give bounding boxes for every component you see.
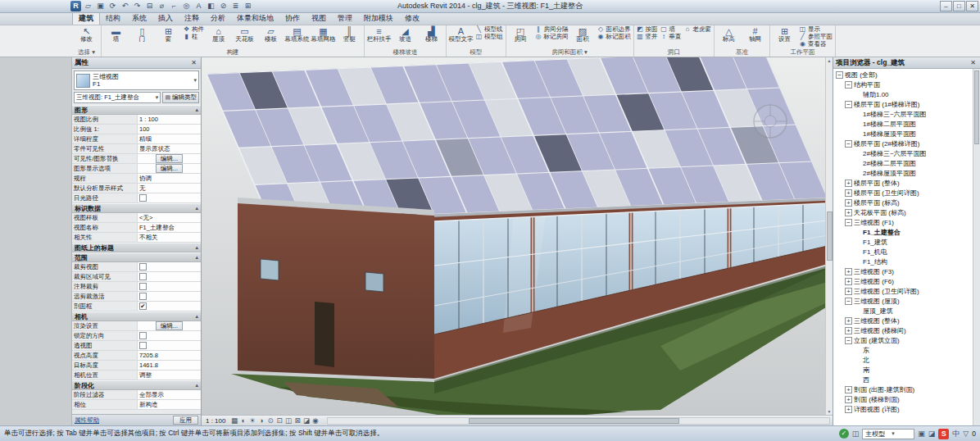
- browser-item[interactable]: −结构平面: [833, 80, 980, 89]
- browser-item[interactable]: 西: [833, 375, 980, 384]
- mullion-button[interactable]: ║竖梃: [337, 25, 362, 48]
- set-work-plane-button[interactable]: ⊞设置: [772, 25, 797, 48]
- collapse-icon[interactable]: ▴: [195, 382, 198, 389]
- property-value[interactable]: 调整: [138, 371, 201, 380]
- browser-item[interactable]: F1_结构: [833, 257, 980, 266]
- property-value[interactable]: [138, 341, 201, 350]
- redo-button[interactable]: ↷: [132, 1, 143, 11]
- section-header-graphics[interactable]: 图形▴: [72, 105, 201, 115]
- property-value[interactable]: 7205.8: [138, 351, 201, 360]
- collapse-icon[interactable]: ▴: [195, 107, 198, 113]
- ribbon-tab-结构[interactable]: 结构: [100, 12, 126, 25]
- ceiling-button[interactable]: ▭天花板: [232, 25, 257, 48]
- scroll-up-icon[interactable]: ▲: [828, 58, 832, 63]
- property-value[interactable]: [138, 193, 201, 202]
- section-header-extents[interactable]: 范围▴: [72, 252, 201, 262]
- property-value[interactable]: [138, 262, 201, 271]
- modify-button[interactable]: ↖修改: [74, 25, 99, 48]
- browser-item[interactable]: +三维视图 (卫生间详图): [833, 286, 980, 296]
- browser-item[interactable]: +楼层平面 (卫生间详图): [833, 188, 980, 198]
- curtain-system-button[interactable]: ▤幕墙系统: [284, 25, 310, 48]
- property-value[interactable]: F1_土建整合: [138, 223, 201, 232]
- browser-item[interactable]: +剖面 (楼梯剖面): [833, 394, 980, 404]
- detail-level-icon[interactable]: ▦: [229, 416, 238, 425]
- exclude-options-icon[interactable]: ◪: [928, 430, 936, 438]
- model-group-button[interactable]: ◫模型组: [474, 33, 504, 40]
- roof-button[interactable]: ⌂屋顶: [206, 25, 231, 48]
- property-value[interactable]: 精细: [138, 134, 201, 143]
- thin-lines-button[interactable]: ≣: [230, 1, 241, 11]
- vertical-scrollbar[interactable]: ▲ ▼: [825, 57, 833, 415]
- shaft-opening-button[interactable]: ▥竖井: [636, 33, 659, 40]
- browser-item[interactable]: 2#楼梯二层平面图: [833, 158, 980, 168]
- ribbon-tab-建筑[interactable]: 建筑: [72, 11, 100, 25]
- collapse-icon[interactable]: ▴: [195, 313, 198, 320]
- model-text-button[interactable]: A模型文字: [448, 25, 474, 48]
- ribbon-panel-label-datum[interactable]: 基准: [716, 48, 768, 57]
- ribbon-panel-label-model[interactable]: 模型: [448, 48, 504, 57]
- ime-language-indicator[interactable]: 中: [952, 429, 960, 439]
- checkbox[interactable]: [139, 273, 147, 280]
- tree-toggle-icon[interactable]: +: [845, 327, 852, 334]
- collapse-icon[interactable]: ▴: [195, 205, 198, 211]
- section-header-camera[interactable]: 相机▴: [72, 311, 201, 321]
- ribbon-panel-label-work-plane[interactable]: 工作平面: [772, 48, 833, 57]
- scrollbar-thumb[interactable]: [827, 211, 833, 261]
- close-icon[interactable]: ✕: [189, 59, 198, 66]
- ribbon-tab-协作[interactable]: 协作: [279, 12, 306, 25]
- render-dialog-icon[interactable]: ⊙: [265, 416, 274, 425]
- ribbon-tab-系统[interactable]: 系统: [126, 12, 152, 25]
- property-value[interactable]: <无>: [138, 213, 201, 222]
- collapse-icon[interactable]: ▴: [195, 254, 198, 261]
- browser-item[interactable]: 东: [833, 345, 980, 355]
- tree-toggle-icon[interactable]: +: [845, 199, 852, 207]
- tree-toggle-icon[interactable]: +: [845, 386, 852, 393]
- vertical-opening-button[interactable]: ↕垂直: [660, 33, 683, 40]
- browser-item[interactable]: −楼层平面 (2#楼梯详图): [833, 139, 980, 148]
- shadows-icon[interactable]: ◑: [256, 416, 265, 425]
- measure-button[interactable]: ⌀: [157, 1, 167, 11]
- browser-item[interactable]: +楼层平面 (整体): [833, 178, 980, 188]
- section-button[interactable]: ⊘: [218, 1, 229, 11]
- browser-item[interactable]: −视图 (全部): [833, 70, 980, 80]
- undo-button[interactable]: ↶: [120, 1, 130, 11]
- worksharing-status-icon[interactable]: ✓: [839, 429, 849, 439]
- tree-toggle-icon[interactable]: +: [845, 288, 852, 295]
- show-crop-region-icon[interactable]: ◫: [284, 416, 293, 425]
- minimize-button[interactable]: –: [940, 1, 952, 11]
- viewer-button[interactable]: ◉查看器: [798, 40, 833, 48]
- edit-button[interactable]: 编辑...: [156, 164, 183, 173]
- ime-sogou-icon[interactable]: S: [938, 429, 949, 439]
- browser-item[interactable]: +三维视图 (F6): [833, 276, 980, 286]
- tree-toggle-icon[interactable]: −: [845, 140, 852, 148]
- property-value[interactable]: 不相关: [138, 233, 201, 242]
- edit-type-button[interactable]: ▤ 编辑类型: [162, 92, 199, 103]
- design-options-icon[interactable]: ◫: [852, 430, 860, 438]
- browser-item[interactable]: +楼层平面 (标高): [833, 198, 980, 207]
- browser-item[interactable]: 屋顶_建筑: [833, 306, 980, 316]
- unlocked-3d-view-icon[interactable]: ⊠: [293, 416, 302, 425]
- browser-item[interactable]: F1_建筑: [833, 237, 980, 247]
- checkbox[interactable]: [139, 342, 147, 349]
- save-button[interactable]: ▣: [95, 1, 106, 11]
- browser-item[interactable]: 1#楼梯三~六层平面图: [833, 109, 980, 119]
- railing-button[interactable]: ≡栏杆扶手: [366, 25, 392, 48]
- room-button[interactable]: ◰房间: [508, 25, 533, 48]
- tree-toggle-icon[interactable]: −: [845, 101, 852, 108]
- tree-toggle-icon[interactable]: +: [845, 189, 852, 197]
- tree-toggle-icon[interactable]: +: [845, 396, 852, 403]
- dormer-opening-button[interactable]: ⌂老虎窗: [683, 25, 713, 33]
- tag-button[interactable]: ◎: [181, 1, 192, 11]
- apply-button[interactable]: 应用: [173, 416, 198, 425]
- ribbon-tab-注释[interactable]: 注释: [179, 12, 205, 25]
- browser-item[interactable]: 1#楼梯屋顶平面图: [833, 129, 980, 139]
- collapse-icon[interactable]: ▴: [195, 244, 198, 251]
- property-value[interactable]: 全部显示: [138, 390, 201, 399]
- aligned-dimension-button[interactable]: ⌐: [169, 1, 179, 11]
- visual-style-icon[interactable]: ◐: [238, 416, 247, 425]
- browser-item[interactable]: 南: [833, 365, 980, 375]
- property-value[interactable]: [138, 282, 201, 291]
- ribbon-tab-分析[interactable]: 分析: [205, 12, 231, 25]
- checkbox[interactable]: [139, 194, 147, 202]
- revit-logo[interactable]: R: [70, 1, 81, 11]
